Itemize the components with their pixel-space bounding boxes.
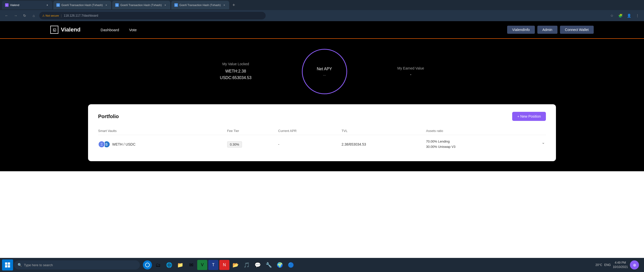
table-row: Ξ $ WETH / USDC 0.30% - 2.38/653034.53 bbox=[98, 135, 546, 154]
earned-label: My Earned Value bbox=[397, 66, 424, 70]
taskbar-app-chrome[interactable]: 🔵 bbox=[286, 260, 296, 270]
bottom-whitespace bbox=[0, 171, 644, 272]
value-locked-values: WETH:2.38 USDC:653034.53 bbox=[220, 68, 251, 81]
value-locked-label: My Value Locked bbox=[220, 62, 251, 66]
connect-wallet-button[interactable]: Connect Wallet bbox=[560, 26, 594, 34]
tab-title-goerli-3: Goerli Transaction Hash (Txhash) bbox=[179, 4, 221, 7]
usdc-value: USDC:653034.53 bbox=[220, 75, 251, 81]
profile-icon[interactable]: 👤 bbox=[625, 12, 632, 19]
tab-close-goerli-1[interactable]: × bbox=[104, 3, 108, 7]
earned-value-panel: My Earned Value - bbox=[397, 66, 424, 77]
logo-text: Vialend bbox=[61, 26, 80, 33]
nav-buttons: VialendInfo Admin Connect Wallet bbox=[507, 26, 594, 34]
eth-icon: Ξ bbox=[98, 141, 105, 148]
taskbar-app-cortana[interactable] bbox=[143, 260, 152, 269]
tab-vialend[interactable]: V Vialend × bbox=[2, 1, 52, 9]
taskbar-app-file-explorer[interactable]: 📁 bbox=[175, 260, 185, 270]
bookmark-icon[interactable]: ☆ bbox=[608, 12, 615, 19]
svg-rect-2 bbox=[5, 265, 7, 267]
security-warning: ⚠ Not secure bbox=[42, 14, 59, 17]
portfolio-title: Portfolio bbox=[98, 114, 119, 119]
start-button[interactable] bbox=[2, 259, 13, 270]
settings-icon[interactable]: ⋮ bbox=[634, 12, 641, 19]
current-apr-value: - bbox=[278, 135, 342, 154]
portfolio-table: Smart Vaults Fee Tier Current APR TVL As… bbox=[98, 127, 546, 154]
tvl-value: 2.38/653034.53 bbox=[342, 135, 426, 154]
col-header-assets-ratio: Assets ratio bbox=[426, 127, 546, 135]
taskbar-app-5[interactable]: 🎵 bbox=[242, 260, 252, 270]
tab-title-vialend: Vialend bbox=[10, 4, 19, 7]
taskbar-app-6[interactable]: 💬 bbox=[253, 260, 263, 270]
assets-ratio-text: 70.00% Lending 30.00% Uniswap V3 bbox=[426, 139, 455, 150]
taskbar-search-icon: 🔍 bbox=[18, 263, 22, 267]
svg-rect-0 bbox=[5, 262, 7, 265]
nav-links: Dashboard Vote bbox=[101, 28, 507, 32]
admin-button[interactable]: Admin bbox=[537, 26, 557, 34]
tab-favicon-vialend: V bbox=[5, 3, 9, 7]
taskbar-app-edge[interactable]: 🌐 bbox=[164, 260, 174, 270]
clock-time: 4:49 PM bbox=[613, 261, 628, 265]
tab-goerli-2[interactable]: G Goerli Transaction Hash (Txhash) × bbox=[112, 1, 170, 9]
taskbar-app-4[interactable]: 📂 bbox=[230, 260, 240, 270]
home-button[interactable]: ⌂ bbox=[30, 12, 37, 19]
new-tab-button[interactable]: + bbox=[230, 2, 237, 9]
app-container: ◱ Vialend Dashboard Vote VialendInfo Adm… bbox=[0, 21, 644, 272]
taskbar-app-7[interactable]: 🔧 bbox=[264, 260, 274, 270]
taskbar-app-task-view[interactable]: 🗂 bbox=[153, 260, 163, 270]
net-apy-label: Net APY bbox=[317, 67, 332, 71]
taskbar-app-2[interactable]: T bbox=[208, 260, 218, 270]
browser-chrome: V Vialend × G Goerli Transaction Hash (T… bbox=[0, 0, 644, 21]
taskbar-search-box[interactable]: 🔍 Type here to search bbox=[14, 260, 140, 269]
smart-vault-cell: Ξ $ WETH / USDC bbox=[98, 141, 227, 148]
tab-close-goerli-2[interactable]: × bbox=[163, 3, 167, 7]
net-apy-circle: Net APY ... bbox=[302, 49, 347, 94]
row-expand-button[interactable]: ⌄ bbox=[541, 139, 546, 146]
portfolio-section: Portfolio + New Position Smart Vaults Fe… bbox=[88, 104, 556, 161]
nav-link-dashboard[interactable]: Dashboard bbox=[101, 28, 119, 32]
col-header-fee-tier: Fee Tier bbox=[227, 127, 278, 135]
extensions-icon[interactable]: 🧩 bbox=[617, 12, 624, 19]
token-icons: Ξ $ bbox=[98, 141, 110, 148]
tab-close-goerli-3[interactable]: × bbox=[222, 3, 226, 7]
value-locked-panel: My Value Locked WETH:2.38 USDC:653034.53 bbox=[220, 62, 251, 81]
taskbar-apps: 🗂 🌐 📁 ✉ V T N 📂 🎵 💬 🔧 🌍 🔵 bbox=[143, 260, 296, 270]
nav-icons-right: ☆ 🧩 👤 ⋮ bbox=[608, 12, 641, 19]
taskbar-temperature: 20°C bbox=[595, 263, 602, 267]
taskbar-app-3[interactable]: N bbox=[219, 260, 229, 270]
new-position-button[interactable]: + New Position bbox=[512, 112, 546, 121]
taskbar-app-1[interactable]: V bbox=[197, 260, 207, 270]
refresh-button[interactable]: ↻ bbox=[21, 12, 28, 19]
taskbar-app-8[interactable]: 🌍 bbox=[275, 260, 285, 270]
address-bar[interactable]: ⚠ Not secure | 118.126.117.7/dashboard bbox=[39, 12, 266, 19]
taskbar-cortana-icon[interactable]: ⊕ bbox=[630, 260, 639, 269]
clock-date: 10/10/2021 bbox=[613, 265, 628, 269]
tab-goerli-3[interactable]: G Goerli Transaction Hash (Txhash) × bbox=[171, 1, 229, 9]
tab-goerli-1[interactable]: G Goerli Transaction Hash (Txhash) × bbox=[53, 1, 111, 9]
logo-icon: ◱ bbox=[50, 26, 58, 34]
forward-button[interactable]: → bbox=[12, 12, 19, 19]
nav-link-vote[interactable]: Vote bbox=[129, 28, 137, 32]
net-apy-value: ... bbox=[323, 72, 326, 76]
tab-close-vialend[interactable]: × bbox=[45, 3, 49, 7]
vialend-info-button[interactable]: VialendInfo bbox=[507, 26, 535, 34]
app-logo: ◱ Vialend bbox=[50, 26, 80, 34]
tab-title-goerli-2: Goerli Transaction Hash (Txhash) bbox=[120, 4, 162, 7]
app-nav: ◱ Vialend Dashboard Vote VialendInfo Adm… bbox=[0, 21, 644, 39]
svg-rect-1 bbox=[8, 262, 10, 265]
tab-favicon-goerli-2: G bbox=[115, 3, 119, 7]
col-header-current-apr: Current APR bbox=[278, 127, 342, 135]
tab-title-goerli-1: Goerli Transaction Hash (Txhash) bbox=[61, 4, 103, 7]
fee-tier-badge: 0.30% bbox=[227, 141, 242, 148]
assets-ratio-line1: 70.00% Lending bbox=[426, 139, 455, 144]
col-header-smart-vaults: Smart Vaults bbox=[98, 127, 227, 135]
back-button[interactable]: ← bbox=[3, 12, 10, 19]
earned-amount: - bbox=[397, 72, 424, 77]
assets-ratio-cell: 70.00% Lending 30.00% Uniswap V3 ⌄ bbox=[426, 139, 546, 150]
tab-favicon-goerli-1: G bbox=[56, 3, 60, 7]
taskbar-search-placeholder: Type here to search bbox=[24, 263, 53, 267]
hero-section: My Value Locked WETH:2.38 USDC:653034.53… bbox=[0, 39, 644, 104]
tab-favicon-goerli-3: G bbox=[174, 3, 178, 7]
taskbar-system: 20°C ENG 4:49 PM 10/10/2021 ⊕ bbox=[595, 260, 642, 269]
taskbar-app-mail[interactable]: ✉ bbox=[186, 260, 196, 270]
vault-pair-name: WETH / USDC bbox=[112, 142, 136, 146]
